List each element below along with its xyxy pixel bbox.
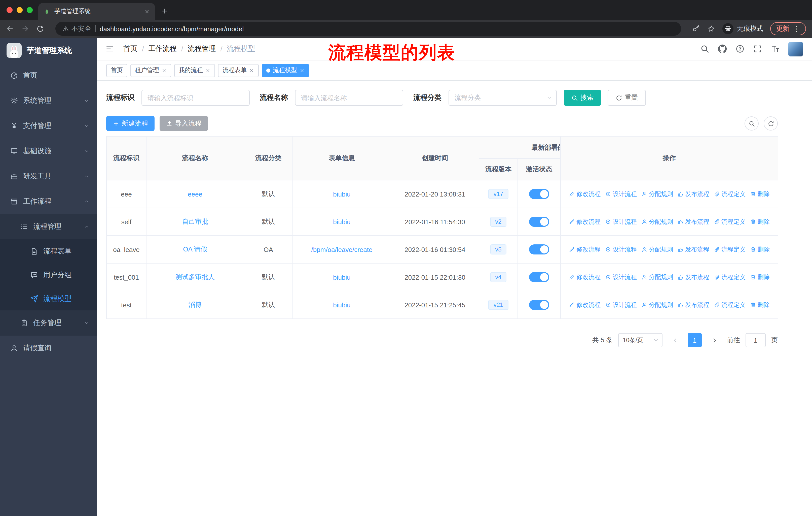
- action-design[interactable]: 设计流程: [605, 301, 637, 309]
- refresh-table-button[interactable]: [764, 116, 778, 131]
- view-tag-process-model[interactable]: 流程模型: [262, 64, 309, 77]
- action-definition[interactable]: 流程定义: [714, 245, 746, 254]
- sidebar-item-dev-tools[interactable]: 研发工具: [0, 164, 97, 189]
- action-delete[interactable]: 删除: [750, 273, 770, 281]
- action-delete[interactable]: 删除: [750, 245, 770, 254]
- sidebar-item-infrastructure[interactable]: 基础设施: [0, 139, 97, 164]
- action-publish[interactable]: 发布流程: [677, 301, 709, 309]
- sidebar-item-process-form[interactable]: 流程表单: [0, 239, 97, 263]
- active-toggle[interactable]: [529, 217, 549, 227]
- active-toggle[interactable]: [529, 300, 549, 310]
- font-size-button[interactable]: [771, 44, 780, 54]
- prev-page-button[interactable]: [668, 333, 682, 347]
- close-icon[interactable]: [249, 68, 254, 73]
- active-toggle[interactable]: [529, 244, 549, 254]
- action-assign-rules[interactable]: 分配规则: [641, 245, 673, 254]
- sidebar-item-system-mgmt[interactable]: 系统管理: [0, 88, 97, 113]
- view-tag-tenant[interactable]: 租户管理: [130, 64, 171, 77]
- version-tag[interactable]: v17: [489, 189, 509, 199]
- address-bar[interactable]: 不安全 dashboard.yudao.iocoder.cn/bpm/manag…: [55, 22, 681, 36]
- form-info-link[interactable]: biubiu: [333, 301, 350, 309]
- action-delete[interactable]: 删除: [750, 301, 770, 309]
- sidebar-item-workflow[interactable]: 工作流程: [0, 189, 97, 214]
- action-publish[interactable]: 发布流程: [677, 190, 709, 198]
- fullscreen-button[interactable]: [753, 44, 762, 54]
- process-category-select[interactable]: 流程分类: [448, 90, 557, 106]
- process-name-link[interactable]: eeee: [188, 190, 202, 198]
- help-button[interactable]: [735, 44, 745, 54]
- form-info-link[interactable]: biubiu: [333, 218, 350, 225]
- process-name-link[interactable]: 滔博: [188, 301, 202, 308]
- close-icon[interactable]: [299, 68, 304, 73]
- action-modify[interactable]: 修改流程: [569, 273, 601, 281]
- action-design[interactable]: 设计流程: [605, 273, 637, 281]
- breadcrumb-link[interactable]: 工作流程: [148, 44, 177, 53]
- action-definition[interactable]: 流程定义: [714, 217, 746, 226]
- action-design[interactable]: 设计流程: [605, 217, 637, 226]
- minimize-button[interactable]: [17, 7, 23, 13]
- active-toggle[interactable]: [529, 272, 549, 282]
- action-assign-rules[interactable]: 分配规则: [641, 217, 673, 226]
- key-icon[interactable]: [692, 25, 700, 33]
- toggle-search-button[interactable]: [745, 116, 759, 131]
- action-publish[interactable]: 发布流程: [677, 245, 709, 254]
- action-delete[interactable]: 删除: [750, 217, 770, 226]
- view-tag-my-process[interactable]: 我的流程: [174, 64, 215, 77]
- action-definition[interactable]: 流程定义: [714, 273, 746, 281]
- view-tag-home[interactable]: 首页: [106, 64, 127, 77]
- collapse-sidebar-button[interactable]: [105, 44, 114, 53]
- version-tag[interactable]: v21: [489, 300, 509, 310]
- process-key-input[interactable]: [141, 90, 250, 106]
- sidebar-item-leave-query[interactable]: 请假查询: [0, 335, 97, 361]
- back-button[interactable]: [6, 25, 14, 33]
- version-tag[interactable]: v5: [490, 244, 506, 254]
- browser-menu-icon[interactable]: ⋮: [793, 25, 800, 33]
- action-modify[interactable]: 修改流程: [569, 190, 601, 198]
- sidebar-item-payment-mgmt[interactable]: 支付管理: [0, 113, 97, 139]
- breadcrumb-link[interactable]: 首页: [123, 44, 138, 53]
- form-info-link[interactable]: /bpm/oa/leave/create: [311, 246, 373, 253]
- update-button[interactable]: 更新 ⋮: [770, 22, 806, 35]
- version-tag[interactable]: v2: [490, 217, 506, 227]
- active-toggle[interactable]: [529, 189, 549, 199]
- action-modify[interactable]: 修改流程: [569, 245, 601, 254]
- tab-close-icon[interactable]: [144, 8, 150, 15]
- action-assign-rules[interactable]: 分配规则: [641, 273, 673, 281]
- zoom-button[interactable]: [27, 7, 33, 13]
- process-name-input[interactable]: [295, 90, 403, 106]
- user-avatar[interactable]: [788, 42, 803, 56]
- version-tag[interactable]: v4: [490, 272, 506, 282]
- action-assign-rules[interactable]: 分配规则: [641, 301, 673, 309]
- close-button[interactable]: [6, 7, 12, 13]
- github-button[interactable]: [718, 44, 727, 54]
- reset-button[interactable]: 重置: [608, 90, 646, 106]
- breadcrumb-link[interactable]: 流程管理: [188, 44, 216, 53]
- new-tab-button[interactable]: [161, 6, 168, 15]
- sidebar-item-user-group[interactable]: 用户分组: [0, 263, 97, 287]
- action-design[interactable]: 设计流程: [605, 190, 637, 198]
- action-modify[interactable]: 修改流程: [569, 217, 601, 226]
- create-process-button[interactable]: 新建流程: [106, 116, 154, 131]
- action-modify[interactable]: 修改流程: [569, 301, 601, 309]
- page-size-select[interactable]: 10条/页: [618, 333, 663, 347]
- security-status[interactable]: 不安全: [62, 24, 91, 33]
- search-button[interactable]: [700, 44, 709, 54]
- goto-page-input[interactable]: [746, 333, 766, 347]
- action-design[interactable]: 设计流程: [605, 245, 637, 254]
- action-assign-rules[interactable]: 分配规则: [641, 190, 673, 198]
- process-name-link[interactable]: 自己审批: [182, 218, 208, 225]
- sidebar-item-process-mgmt[interactable]: 流程管理: [0, 214, 97, 239]
- import-process-button[interactable]: 导入流程: [160, 116, 208, 131]
- close-icon[interactable]: [162, 68, 167, 73]
- view-tag-process-form[interactable]: 流程表单: [218, 64, 259, 77]
- action-publish[interactable]: 发布流程: [677, 217, 709, 226]
- page-number-button[interactable]: 1: [688, 333, 702, 347]
- search-button[interactable]: 搜索: [564, 90, 601, 106]
- browser-tab[interactable]: 芋道管理系统: [38, 3, 155, 20]
- reload-button[interactable]: [36, 25, 44, 33]
- bookmark-star-icon[interactable]: [707, 25, 715, 33]
- action-publish[interactable]: 发布流程: [677, 273, 709, 281]
- sidebar-item-task-mgmt[interactable]: 任务管理: [0, 310, 97, 335]
- action-delete[interactable]: 删除: [750, 190, 770, 198]
- process-name-link[interactable]: 测试多审批人: [175, 273, 215, 281]
